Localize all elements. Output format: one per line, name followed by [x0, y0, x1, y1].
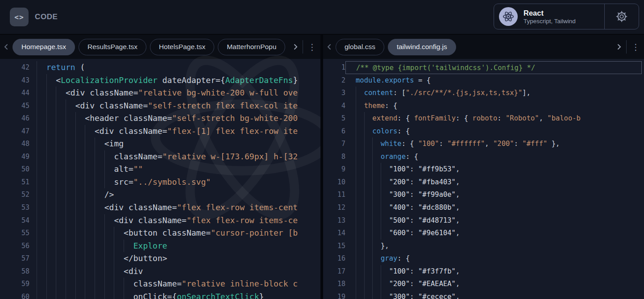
scroll-tabs-left-button[interactable] [323, 43, 336, 50]
indent-guide [381, 291, 389, 299]
code-line: 9"100": "#ff9b53", [323, 163, 644, 176]
indent-guide [46, 163, 56, 176]
line-number: 53 [0, 201, 29, 214]
indent-guide [95, 278, 104, 291]
indent-guide [75, 112, 85, 125]
indent-guide [75, 163, 85, 176]
indent-guide [356, 240, 364, 253]
left-tab-menu-button[interactable]: ⋮ [304, 42, 320, 52]
indent-guide [56, 87, 66, 100]
code-line: 45<div className="self-stretch flex flex… [0, 100, 320, 112]
tab-homepage-tsx[interactable]: Homepage.tsx [12, 39, 75, 55]
indent-guide [364, 227, 373, 240]
indent-guide [56, 278, 66, 291]
code-line-text: <div className="flex flex-row items-ce [29, 214, 320, 227]
indent-guide [114, 291, 124, 299]
chevron-right-icon [615, 43, 623, 50]
indent-guide [114, 240, 124, 253]
code-line: 42return ( [0, 61, 320, 74]
line-number: 55 [0, 227, 29, 240]
line-number: 43 [0, 74, 29, 87]
code-line-text: <LocalizationProvider dateAdapter={Adapt… [29, 74, 320, 87]
indent-guide [356, 201, 364, 214]
indent-guide [56, 240, 66, 253]
indent-guide [66, 278, 75, 291]
tab-matterhornpopu[interactable]: MatterhornPopu [218, 39, 285, 55]
code-line-text: "500": "#d48713", [345, 214, 644, 227]
code-line: 54<div className="flex flex-row items-ce [0, 214, 320, 227]
indent-guide [356, 125, 364, 138]
indent-guide [46, 100, 56, 112]
tab-hotelspage-tsx[interactable]: HotelsPage.tsx [150, 39, 214, 55]
indent-guide [372, 176, 381, 189]
indent-guide [372, 137, 381, 150]
indent-guide [46, 176, 56, 189]
tab-global-css[interactable]: global.css [336, 39, 384, 55]
indent-guide [364, 150, 373, 163]
indent-guide [104, 240, 114, 253]
indent-guide [46, 137, 56, 150]
indent-guide [56, 100, 66, 112]
chevron-left-icon [326, 43, 333, 50]
left-code-editor[interactable]: 42return (43<LocalizationProvider dateAd… [0, 59, 320, 299]
code-line-text: onClick={onSearchTextClick} [29, 291, 320, 299]
code-line: 55<button className="cursor-pointer [b [0, 227, 320, 240]
chevron-right-icon [292, 43, 299, 50]
code-line: 6colors: { [323, 125, 644, 138]
indent-guide [364, 291, 373, 299]
indent-guide [372, 150, 381, 163]
indent-guide [75, 214, 85, 227]
indent-guide [85, 137, 95, 150]
line-number: 7 [323, 137, 345, 150]
indent-guide [372, 291, 381, 299]
tab-tailwind-config-js[interactable]: tailwind.config.js [388, 39, 456, 55]
indent-guide [46, 87, 56, 100]
code-line-text: content: ["./src/**/*.{js,jsx,ts,tsx}"], [345, 87, 644, 100]
indent-guide [381, 163, 389, 176]
indent-guide [46, 214, 56, 227]
code-logo-icon: <> [10, 8, 29, 26]
scroll-tabs-left-button[interactable] [0, 43, 12, 50]
indent-guide [364, 125, 373, 138]
kebab-menu-icon: ⋮ [308, 42, 316, 52]
code-line-text: gray: { [345, 252, 644, 265]
framework-info[interactable]: React Typescript, Tailwind [494, 4, 604, 29]
indent-guide [364, 265, 373, 278]
code-line: 1/** @type {import('tailwindcss').Config… [323, 61, 644, 74]
code-line: 60onClick={onSearchTextClick} [0, 291, 320, 299]
indent-guide [124, 291, 133, 299]
indent-guide [56, 163, 66, 176]
indent-guide [104, 265, 114, 278]
indent-guide [95, 201, 104, 214]
indent-guide [95, 227, 104, 240]
code-line: 19"300": "#cecece", [323, 291, 644, 299]
code-line: 48<img [0, 137, 320, 150]
indent-guide [85, 265, 95, 278]
tab-resultspage-tsx[interactable]: ResultsPage.tsx [79, 39, 146, 55]
code-line: 16gray: { [323, 252, 644, 265]
indent-guide [356, 188, 364, 201]
scroll-tabs-right-button[interactable] [613, 43, 625, 50]
code-line-text: className="relative inline-block c [29, 278, 320, 291]
code-line-text: theme: { [345, 100, 644, 112]
indent-guide [66, 201, 75, 214]
indent-guide [75, 265, 85, 278]
indent-guide [381, 201, 389, 214]
indent-guide [46, 188, 56, 201]
indent-guide [356, 252, 364, 265]
left-code-pane: Homepage.tsxResultsPage.tsxHotelsPage.ts… [0, 35, 320, 299]
indent-guide [104, 163, 114, 176]
right-code-editor[interactable]: 1/** @type {import('tailwindcss').Config… [323, 59, 644, 299]
indent-guide [95, 137, 104, 150]
indent-guide [46, 265, 56, 278]
code-line-text: <div className="self-stretch flex flex-c… [29, 100, 320, 112]
settings-button[interactable] [605, 4, 639, 29]
framework-badge[interactable]: React Typescript, Tailwind [494, 4, 639, 29]
code-line-text: "200": "#fba403", [345, 176, 644, 189]
scroll-tabs-right-button[interactable] [289, 43, 302, 50]
indent-guide [46, 240, 56, 253]
indent-guide [85, 252, 95, 265]
right-tab-menu-button[interactable]: ⋮ [627, 42, 644, 52]
indent-guide [372, 227, 381, 240]
line-number: 10 [323, 176, 345, 189]
